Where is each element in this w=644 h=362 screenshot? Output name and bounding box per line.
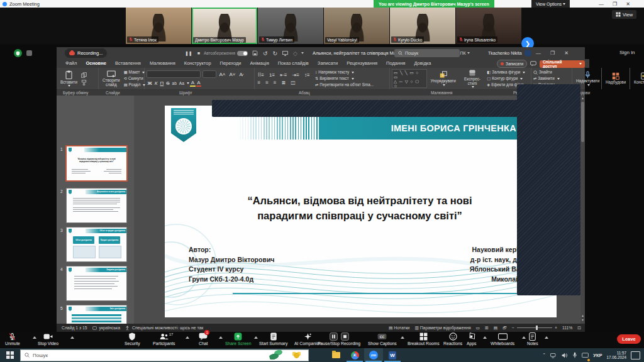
- leave-button[interactable]: Leave: [617, 334, 641, 344]
- zoom-in-button[interactable]: +: [555, 326, 557, 330]
- stop-video-caret-icon[interactable]: [70, 336, 74, 339]
- speaker-icon[interactable]: [562, 353, 568, 358]
- whiteboards-caret-icon[interactable]: [522, 336, 526, 339]
- participant-tile[interactable]: Тимур Литвин: [258, 8, 323, 44]
- meeting-security-shield-icon[interactable]: [14, 49, 22, 57]
- notes-toggle[interactable]: ▤ Нотатки: [389, 326, 409, 331]
- maximize-button[interactable]: ❐: [613, 1, 617, 7]
- captions-caret-icon[interactable]: [401, 336, 404, 339]
- tab-slideshow[interactable]: Показ слайдів: [274, 59, 313, 68]
- participant-tile[interactable]: Iryna Sliusarenko: [456, 8, 521, 44]
- slide-thumbnail-panel[interactable]: 1 “Альянси, відмова від нейтралітету та …: [57, 96, 134, 324]
- save-icon[interactable]: [252, 50, 258, 56]
- tab-record[interactable]: Записати: [313, 59, 342, 68]
- tab-review[interactable]: Рецензування: [342, 59, 382, 68]
- line-spacing-icon[interactable]: ↕≡: [303, 72, 311, 78]
- scrollbar-thumb[interactable]: [581, 102, 584, 142]
- minimize-button[interactable]: —: [599, 1, 604, 7]
- bullets-icon[interactable]: ⠿≡: [257, 72, 265, 78]
- tab-insert[interactable]: Вставлення: [111, 59, 145, 68]
- align-text-button[interactable]: ⇅ Вирівняти текст: [315, 75, 374, 82]
- shape-fill-button[interactable]: ◧ Заливка фігури: [487, 69, 529, 75]
- unmute-button[interactable]: Unmute: [5, 332, 20, 346]
- arrange-button[interactable]: Упорядкувати: [429, 70, 458, 87]
- display-settings[interactable]: ▥ Параметри відображення: [414, 326, 470, 331]
- participants-button[interactable]: 17 Participants: [153, 332, 175, 346]
- unmute-caret-icon[interactable]: [33, 336, 36, 339]
- tab-animations[interactable]: Анімація: [246, 59, 274, 68]
- language-indicator[interactable]: УКР: [593, 353, 602, 358]
- justify-icon[interactable]: ≣: [280, 80, 287, 85]
- clock[interactable]: 11:57 17.06.2024: [606, 351, 626, 360]
- slide-thumbnail-1[interactable]: “Альянси, відмова від нейтралітету та но…: [65, 145, 128, 182]
- underline-button[interactable]: П: [159, 80, 165, 86]
- share-caret-icon[interactable]: [254, 336, 258, 339]
- stop-recording-icon[interactable]: [341, 332, 349, 341]
- taskbar-chrome[interactable]: [345, 348, 364, 362]
- format-painter-icon[interactable]: [81, 80, 87, 85]
- ppt-maximize-button[interactable]: ❐: [550, 50, 555, 56]
- quick-styles-button[interactable]: Експрес-стилі: [460, 69, 486, 89]
- shapes-gallery[interactable]: ▭ ╲ ╲ ▭ ○ ▭ △ ⎓ ▽ ○ ⬡ ☆: [392, 69, 427, 88]
- ppt-minimize-button[interactable]: —: [536, 50, 541, 56]
- stop-video-button[interactable]: Stop Video: [38, 332, 58, 346]
- addins-button[interactable]: Надбудови: [604, 72, 628, 85]
- paste-button[interactable]: Вставити: [58, 70, 79, 88]
- start-summary-button[interactable]: Start Summary: [259, 332, 287, 346]
- align-center-icon[interactable]: ≡: [265, 80, 270, 85]
- accessibility-status[interactable]: Спеціальні можливості: щось не так: [132, 326, 203, 330]
- taskbar-file-explorer[interactable]: [326, 348, 345, 362]
- slide-thumbnail-2[interactable]: Актуальність та мета дослідження: [66, 188, 127, 223]
- columns-icon[interactable]: ◫: [290, 80, 297, 85]
- network-icon[interactable]: [550, 353, 557, 358]
- vertical-scrollbar[interactable]: ▲ ▲ ▼: [580, 96, 585, 324]
- participant-tile[interactable]: Тетяна Ілюк: [126, 8, 191, 44]
- author-block[interactable]: Автор: Мазур Дмитро Вікторович Студент I…: [189, 245, 274, 284]
- shadow-button[interactable]: ab: [171, 81, 177, 85]
- undo-icon[interactable]: ↺: [263, 50, 268, 57]
- tab-design[interactable]: Конструктор: [180, 59, 216, 68]
- view-reading-icon[interactable]: ▤: [494, 326, 497, 331]
- sign-in-link[interactable]: Sign in: [619, 50, 635, 55]
- taskbar-zoom[interactable]: zm: [364, 348, 383, 362]
- notes-button[interactable]: Notes: [527, 332, 538, 346]
- participant-tile[interactable]: Vasyl Yablonskyi: [324, 8, 389, 44]
- language-indicator[interactable]: українська: [99, 326, 120, 330]
- next-slide-button[interactable]: ▼: [580, 318, 585, 322]
- ppt-close-button[interactable]: ✕: [564, 50, 569, 56]
- shrink-font-icon[interactable]: A˅: [228, 72, 236, 77]
- pause-recording-icon[interactable]: ❚❚: [185, 51, 192, 56]
- reactions-button[interactable]: Reactions: [443, 332, 462, 346]
- pause-recording-icon[interactable]: [330, 332, 338, 341]
- redo-icon[interactable]: ↻: [273, 50, 278, 57]
- align-right-icon[interactable]: ≡: [272, 80, 277, 85]
- zoom-slider[interactable]: [517, 327, 552, 329]
- bold-button[interactable]: Ж: [147, 80, 153, 86]
- font-color-button[interactable]: A: [196, 80, 201, 87]
- ppt-search-box[interactable]: Пошук: [394, 49, 460, 57]
- pause-stop-recording-button[interactable]: Pause/Stop Recording: [318, 332, 360, 346]
- accessibility-icon[interactable]: [125, 326, 130, 331]
- meeting-pin-icon[interactable]: [26, 50, 32, 56]
- account-area[interactable]: Tkachenko Nikita: [488, 47, 531, 59]
- tab-draw[interactable]: Малювання: [145, 59, 180, 68]
- zoom-percentage[interactable]: 111%: [562, 326, 572, 330]
- find-button[interactable]: Знайти: [533, 69, 560, 75]
- taskbar-search[interactable]: Пошук: [20, 349, 309, 361]
- participant-tile[interactable]: Kyrylo Ducko: [390, 8, 455, 44]
- copy-icon[interactable]: [81, 72, 87, 78]
- security-button[interactable]: Security: [125, 332, 140, 346]
- italic-button[interactable]: К: [153, 80, 158, 86]
- view-layout-button[interactable]: View: [612, 10, 636, 19]
- fit-slide-icon[interactable]: ⊡: [577, 326, 581, 331]
- chat-button[interactable]: 1 Chat: [199, 332, 208, 346]
- whiteboards-button[interactable]: Whiteboards: [491, 332, 514, 346]
- view-options-button[interactable]: View Options: [531, 0, 570, 8]
- participants-caret-icon[interactable]: [186, 336, 189, 339]
- zoom-out-button[interactable]: −: [512, 326, 514, 330]
- case-button[interactable]: Аа: [178, 81, 185, 85]
- slide-thumbnail-5[interactable]: Зміст дослідження: [66, 305, 127, 324]
- scroll-up-icon[interactable]: ▲: [580, 96, 585, 101]
- text-direction-button[interactable]: ↕ Напрямок тексту: [315, 69, 374, 75]
- view-normal-icon[interactable]: ▭: [476, 326, 480, 331]
